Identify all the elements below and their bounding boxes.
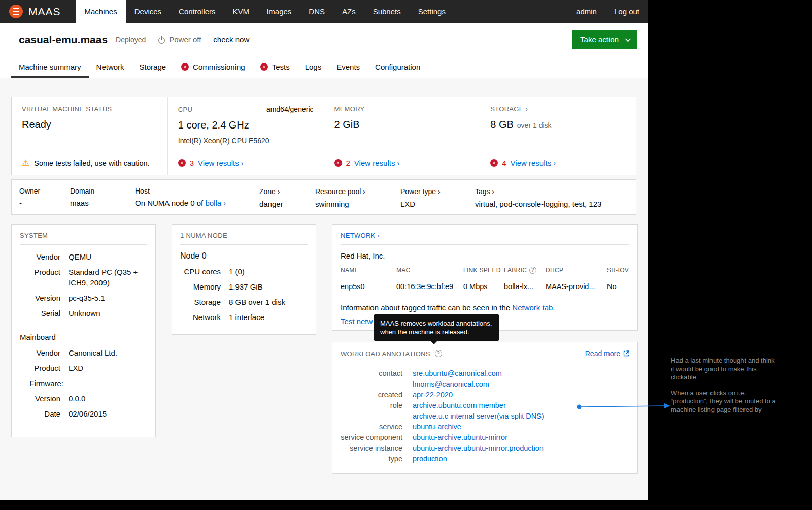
workload-row: service component ubuntu-archive.ubuntu-… [341,432,629,443]
annotation-value-link[interactable]: apr-22-2020 [413,390,453,400]
numa-row: Storage8 GB over 1 disk [180,297,308,307]
power-type-link[interactable]: Power type › [400,187,441,196]
nav-item-images[interactable]: Images [258,0,300,23]
nav-item-azs[interactable]: AZs [333,0,364,23]
read-more-link[interactable]: Read more [585,349,629,358]
nav-item-kvm[interactable]: KVM [224,0,258,23]
annotation-arrow [574,401,672,413]
nav-item-subnets[interactable]: Subnets [364,0,410,23]
row-value: 1.937 GiB [229,281,263,292]
nav-item-dns[interactable]: DNS [300,0,333,23]
interface-name: enp5s0 [341,278,396,296]
annotation-value-link[interactable]: ubuntu-archive.ubuntu-mirror [413,432,507,443]
domain-label: Domain [70,187,130,195]
storage-view-results-link[interactable]: View results › [511,158,556,167]
row-value: pc-q35-5.1 [69,293,105,303]
owner-label: Owner [19,187,65,195]
vm-status-label: VIRTUAL MACHINE STATUS [22,105,157,113]
external-link-icon [623,350,629,357]
tab-machine-summary[interactable]: Machine summary [11,56,89,78]
network-card-link[interactable]: NETWORK › [341,232,629,245]
close-icon: × [336,161,340,166]
test-network-link[interactable]: Test netw [341,317,373,326]
domain-value: maas [70,199,130,207]
logout-button[interactable]: Log out [605,0,648,23]
row-label: Vendor [20,347,60,358]
row-value: Unknown [69,308,100,318]
nav-item-controllers[interactable]: Controllers [170,0,224,23]
close-icon: × [493,161,496,166]
workload-title: WORKLOAD ANNOTATIONS [341,350,430,358]
tab-storage[interactable]: Storage [132,56,174,78]
annotation-value-link[interactable]: archive.ubuntu.com member [413,400,544,411]
close-icon: × [184,65,187,70]
interface-row[interactable]: enp5s0 00:16:3e:9c:bf:e9 0 Mbps bolla-lx… [341,278,629,296]
col-header-sriov: SR-IOV [607,264,629,278]
check-now-link[interactable]: check now [213,35,249,44]
take-action-button[interactable]: Take action [572,30,637,49]
meta-power-type: Power type › LXD [400,187,475,214]
host-prefix: On NUMA node 0 of [135,199,205,207]
col-header-fabric: FABRIC? [504,264,546,278]
maas-logo[interactable]: MAAS [0,0,76,23]
cpu-panel: CPU amd64/generic 1 core, 2.4 GHz Intel(… [167,97,324,175]
vm-status-value: Ready [22,119,157,131]
row-label: CPU cores [180,266,221,277]
annotation-value-link[interactable]: sre.ubuntu@canonical.com [413,368,502,379]
interface-mac: 00:16:3e:9c:bf:e9 [396,278,463,296]
tab-events[interactable]: Events [329,56,367,78]
resource-pool-value: swimming [315,200,395,208]
help-icon[interactable]: ? [435,350,442,357]
right-column: NETWORK › Red Hat, Inc. NAME MAC LINK SP… [332,224,638,474]
annotation-value-link[interactable]: ubuntu-archive [413,422,461,432]
close-icon: × [262,65,265,70]
row-value: LXD [69,363,83,373]
row-label: Vendor [20,251,60,262]
memory-value: 2 GiB [334,119,470,131]
tests-warning-text: Some tests failed, use with caution. [34,159,149,167]
tab-logs[interactable]: Logs [297,56,329,78]
numa-row: Network1 interface [180,312,308,323]
network-vendor: Red Hat, Inc. [341,251,629,260]
storage-link[interactable]: STORAGE › [490,105,626,113]
nav-item-machines[interactable]: Machines [76,0,126,23]
maas-app-window: MAAS Machines Devices Controllers KVM Im… [0,0,648,500]
tags-link[interactable]: Tags › [475,187,494,196]
tab-label: Commissioning [193,62,245,71]
annotation-value-link[interactable]: lmorris@canonical.com [413,379,502,390]
network-tab-link[interactable]: Network tab [512,303,553,312]
machine-meta-card: Owner - Domain maas Host On NUMA node 0 … [11,179,636,215]
nav-items: Machines Devices Controllers KVM Images … [76,0,454,23]
nav-item-settings[interactable]: Settings [410,0,454,23]
annotation-value-link[interactable]: production [413,454,447,464]
tab-label: Configuration [375,62,420,71]
zone-link[interactable]: Zone › [259,187,280,196]
row-label: Product [20,267,60,288]
help-icon[interactable]: ? [529,267,536,274]
system-row: ProductStandard PC (Q35 + ICH9, 2009) [20,267,147,288]
interfaces-table: NAME MAC LINK SPEED FABRIC? DHCP SR-IOV … [341,264,629,296]
nav-item-admin[interactable]: admin [567,0,605,23]
tab-commissioning[interactable]: ×Commissioning [174,56,253,78]
annotation-value-link[interactable]: archive.u.c internal server(via split DN… [413,411,544,422]
mainboard-row: ProductLXD [20,363,147,373]
tab-network[interactable]: Network [89,56,132,78]
annotation-value-link[interactable]: ubuntu-archive.ubuntu-mirror.production [413,443,544,454]
numa-node-name: Node 0 [180,251,308,261]
nav-user-area: admin Log out [567,0,648,23]
workload-row: type production [341,454,629,464]
tab-configuration[interactable]: Configuration [367,56,428,78]
cpu-view-results-link[interactable]: View results › [198,158,244,167]
memory-view-results-link[interactable]: View results › [354,158,400,167]
nav-item-devices[interactable]: Devices [126,0,170,23]
tab-label: Events [336,62,360,71]
power-off-button[interactable]: Power off [158,35,201,44]
tab-label: Tests [272,62,290,71]
row-label: Date [20,408,60,419]
tests-warning: ⚠ Some tests failed, use with caution. [22,158,157,167]
resource-pool-link[interactable]: Resource pool › [315,187,365,196]
tab-tests[interactable]: ×Tests [253,56,297,78]
numa-row: Memory1.937 GiB [180,281,308,292]
host-link[interactable]: bolla › [205,199,226,207]
take-action-label: Take action [580,35,619,44]
